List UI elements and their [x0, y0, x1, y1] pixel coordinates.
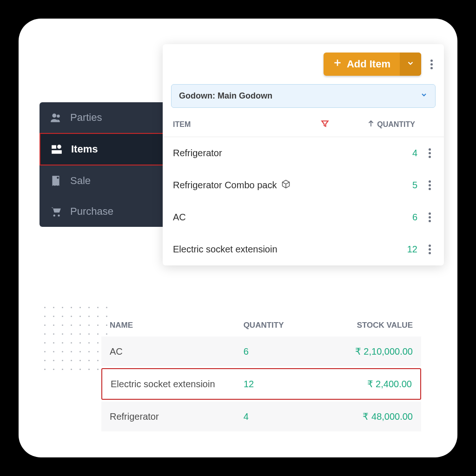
sidebar-item-label: Parties — [70, 112, 102, 124]
stock-name: Electric socket extensioin — [111, 379, 244, 390]
item-name: Electric socket extensioin — [173, 244, 394, 255]
stock-value: ₹ 48,000.00 — [315, 411, 413, 422]
stock-qty: 4 — [244, 411, 315, 422]
godown-selector[interactable]: Godown: Main Godown — [171, 84, 436, 108]
svg-rect-2 — [52, 145, 56, 149]
row-menu-button[interactable] — [426, 145, 434, 161]
column-item-label: ITEM — [173, 120, 191, 129]
item-name: AC — [173, 212, 394, 223]
sidebar-item-parties[interactable]: Parties — [40, 102, 174, 133]
app-card: Parties Items Sale Purchase A — [19, 19, 457, 457]
sidebar-item-label: Items — [71, 143, 98, 155]
item-row[interactable]: AC 6 — [163, 201, 444, 233]
stock-table: NAME QUANTITY STOCK VALUE AC 6 ₹ 2,10,00… — [101, 316, 421, 433]
sidebar-item-items[interactable]: Items — [40, 133, 174, 165]
item-qty: 4 — [394, 148, 417, 159]
sidebar-item-sale[interactable]: Sale — [40, 165, 174, 196]
stock-qty: 12 — [244, 379, 314, 390]
item-row[interactable]: Electric socket extensioin 12 — [163, 233, 444, 265]
stock-col-name: NAME — [110, 321, 244, 330]
stock-row[interactable]: AC 6 ₹ 2,10,000.00 — [101, 337, 421, 366]
godown-label: Godown: Main Godown — [179, 91, 272, 101]
row-menu-button[interactable] — [426, 242, 434, 257]
svg-rect-4 — [52, 150, 62, 154]
decorative-dots — [44, 307, 109, 371]
svg-point-6 — [53, 215, 55, 217]
add-item-button[interactable]: Add Item — [324, 53, 421, 76]
plus-icon — [333, 58, 342, 70]
cart-icon — [50, 205, 62, 218]
row-menu-button[interactable] — [426, 210, 434, 225]
items-panel: Add Item Godown: Main Godown ITEM QUANTI… — [163, 44, 444, 265]
stock-row[interactable]: Electric socket extensioin 12 ₹ 2,400.00 — [101, 368, 421, 400]
item-name: Refrigerator Combo pack — [173, 179, 394, 191]
sidebar-item-purchase[interactable]: Purchase — [40, 196, 174, 227]
item-qty: 6 — [394, 212, 417, 223]
chevron-down-icon — [420, 91, 428, 101]
filter-icon[interactable] — [320, 119, 330, 130]
svg-point-5 — [57, 177, 59, 178]
row-menu-button[interactable] — [426, 178, 434, 193]
column-item[interactable]: ITEM — [173, 120, 320, 129]
sidebar-item-label: Purchase — [70, 205, 113, 218]
receipt-icon — [50, 175, 62, 187]
stock-col-value: STOCK VALUE — [315, 321, 413, 330]
people-icon — [50, 112, 62, 124]
stock-name: Refrigerator — [110, 411, 244, 422]
sidebar-item-label: Sale — [70, 175, 91, 187]
package-icon — [281, 179, 291, 191]
stock-name: AC — [110, 346, 244, 357]
item-qty: 5 — [394, 180, 417, 191]
stock-qty: 6 — [244, 346, 315, 357]
add-item-dropdown[interactable] — [400, 53, 421, 76]
svg-point-1 — [57, 115, 60, 118]
items-icon — [51, 143, 63, 155]
stock-headers: NAME QUANTITY STOCK VALUE — [101, 316, 421, 337]
item-name: Refrigerator — [173, 148, 394, 159]
item-row[interactable]: Refrigerator Combo pack 5 — [163, 169, 444, 201]
svg-point-3 — [57, 145, 61, 149]
panel-menu-button[interactable] — [428, 57, 436, 72]
add-item-label: Add Item — [347, 58, 390, 70]
chevron-down-icon — [406, 58, 415, 70]
column-quantity-label: QUANTITY — [377, 120, 415, 129]
item-row[interactable]: Refrigerator 4 — [163, 137, 444, 169]
column-quantity[interactable]: QUANTITY — [367, 119, 415, 130]
stock-row[interactable]: Refrigerator 4 ₹ 48,000.00 — [101, 402, 421, 431]
svg-point-0 — [52, 113, 56, 118]
stock-col-qty: QUANTITY — [244, 321, 315, 330]
sort-asc-icon — [367, 119, 375, 130]
item-column-headers: ITEM QUANTITY — [163, 114, 444, 137]
item-qty: 12 — [394, 244, 417, 255]
sidebar: Parties Items Sale Purchase — [40, 102, 174, 227]
svg-point-7 — [58, 215, 60, 217]
panel-header: Add Item — [163, 53, 444, 84]
add-item-button-main[interactable]: Add Item — [324, 53, 400, 76]
stock-value: ₹ 2,10,000.00 — [315, 346, 413, 357]
stock-value: ₹ 2,400.00 — [314, 378, 412, 390]
